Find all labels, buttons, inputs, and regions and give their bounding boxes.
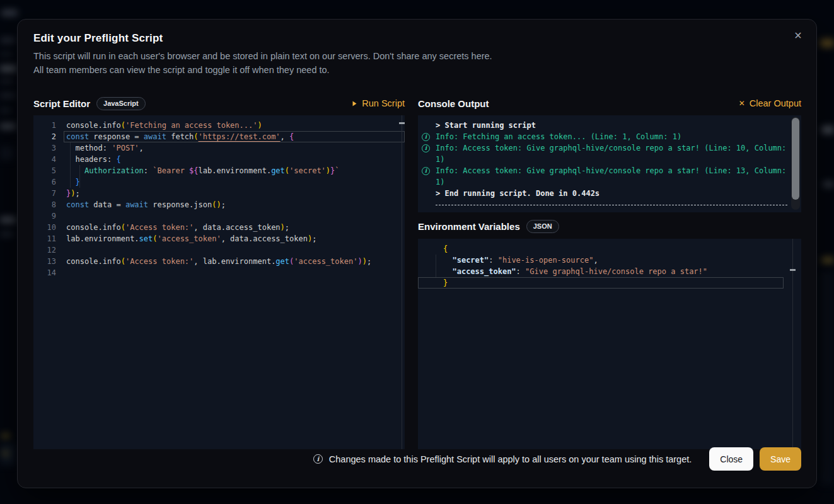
language-badge: JavaScript bbox=[96, 97, 146, 110]
line-number: 7 bbox=[33, 188, 56, 199]
indent-guide bbox=[70, 142, 71, 188]
code-line: 2const response = await fetch('https://t… bbox=[33, 131, 405, 142]
line-number: 12 bbox=[33, 244, 56, 256]
code-line: 8const data = await response.json(); bbox=[33, 199, 405, 210]
info-icon: i bbox=[422, 133, 430, 141]
console-line: > End running script. Done in 0.442s bbox=[418, 188, 790, 199]
console-line: > Start running script bbox=[418, 120, 790, 131]
environment-variables-section: Environment Variables JSON bbox=[418, 214, 801, 239]
code-line: 6 } bbox=[33, 176, 405, 188]
code-line: 10console.info('Access token:', data.acc… bbox=[33, 222, 405, 233]
script-editor-heading: Script Editor bbox=[33, 98, 90, 109]
line-number: 8 bbox=[33, 199, 56, 210]
console-separator bbox=[436, 205, 787, 205]
cursor-position-mark bbox=[399, 122, 405, 124]
console-output-panel[interactable]: > Start running scriptiInfo: Fetching an… bbox=[418, 115, 801, 212]
preflight-script-modal: ✕ Edit your Preflight Script This script… bbox=[17, 19, 817, 488]
clear-output-button[interactable]: ✕ Clear Output bbox=[739, 98, 801, 108]
line-number: 13 bbox=[33, 256, 56, 267]
code-line: 9 bbox=[33, 210, 405, 222]
code-line: 14 bbox=[33, 267, 405, 278]
modal-title: Edit your Preflight Script bbox=[33, 32, 801, 45]
json-badge: JSON bbox=[526, 220, 559, 233]
code-line: 5 Authorization: `Bearer ${lab.environme… bbox=[33, 165, 405, 176]
info-icon: i bbox=[313, 454, 323, 464]
line-number: 1 bbox=[33, 120, 56, 131]
footer-notice: i Changes made to this Preflight Script … bbox=[313, 454, 692, 464]
close-button[interactable]: Close bbox=[709, 447, 753, 471]
console-line: iInfo: Fetching an access token... (Line… bbox=[418, 131, 790, 142]
line-number: 6 bbox=[33, 176, 56, 188]
line-number: 4 bbox=[33, 154, 56, 165]
code-line: 3 method: 'POST', bbox=[33, 142, 405, 154]
environment-variables-heading: Environment Variables bbox=[418, 221, 520, 232]
code-line: 7}); bbox=[33, 188, 405, 199]
console-output-heading: Console Output bbox=[418, 98, 489, 109]
info-icon: i bbox=[422, 167, 430, 175]
console-output-section: Console Output ✕ Clear Output bbox=[418, 91, 801, 115]
description-line-1: This script will run in each user's brow… bbox=[33, 51, 492, 61]
env-code-line: "access_token": "Give graphql-hive/conso… bbox=[418, 266, 792, 277]
environment-variables-editor[interactable]: { "secret": "hive-is-open-source", "acce… bbox=[418, 239, 801, 449]
clear-icon: ✕ bbox=[739, 99, 745, 108]
run-script-label: Run Script bbox=[362, 98, 405, 108]
run-script-button[interactable]: Run Script bbox=[351, 98, 405, 108]
close-icon[interactable]: ✕ bbox=[790, 27, 806, 43]
console-line: iInfo: Access token: Give graphql-hive/c… bbox=[418, 142, 790, 165]
env-code-line: { bbox=[418, 243, 792, 255]
footer-notice-text: Changes made to this Preflight Script wi… bbox=[329, 454, 692, 464]
modal-description: This script will run in each user's brow… bbox=[33, 49, 801, 77]
line-number: 10 bbox=[33, 222, 56, 233]
indent-guide bbox=[79, 165, 80, 188]
info-icon: i bbox=[422, 144, 430, 152]
clear-output-label: Clear Output bbox=[750, 98, 801, 108]
line-number: 3 bbox=[33, 142, 56, 154]
indent-guide bbox=[436, 255, 436, 277]
line-number: 5 bbox=[33, 165, 56, 176]
code-line: 11lab.environment.set('access_token', da… bbox=[33, 233, 405, 244]
line-number: 14 bbox=[33, 267, 56, 278]
env-code-line: } bbox=[418, 277, 792, 289]
console-scrollbar-thumb[interactable] bbox=[792, 118, 799, 200]
env-code-line: "secret": "hive-is-open-source", bbox=[418, 255, 792, 266]
code-line: 1console.info('Fetching an access token.… bbox=[33, 120, 405, 131]
code-line: 13console.info('Access token:', lab.envi… bbox=[33, 256, 405, 267]
code-line: 4 headers: { bbox=[33, 154, 405, 165]
script-editor-section: Script Editor JavaScript Run Script 1con… bbox=[33, 91, 405, 449]
console-scrollbar bbox=[791, 117, 800, 210]
line-number: 2 bbox=[33, 131, 56, 142]
overview-ruler bbox=[402, 115, 402, 449]
line-number: 11 bbox=[33, 233, 56, 244]
script-code-editor[interactable]: 1console.info('Fetching an access token.… bbox=[33, 115, 405, 449]
save-button[interactable]: Save bbox=[760, 447, 801, 471]
cursor-position-mark bbox=[790, 269, 796, 271]
code-line: 12 bbox=[33, 244, 405, 256]
console-line: iInfo: Access token: Give graphql-hive/c… bbox=[418, 165, 790, 188]
description-line-2: All team members can view the script and… bbox=[33, 65, 330, 75]
play-icon bbox=[351, 100, 357, 107]
line-number: 9 bbox=[33, 210, 56, 222]
